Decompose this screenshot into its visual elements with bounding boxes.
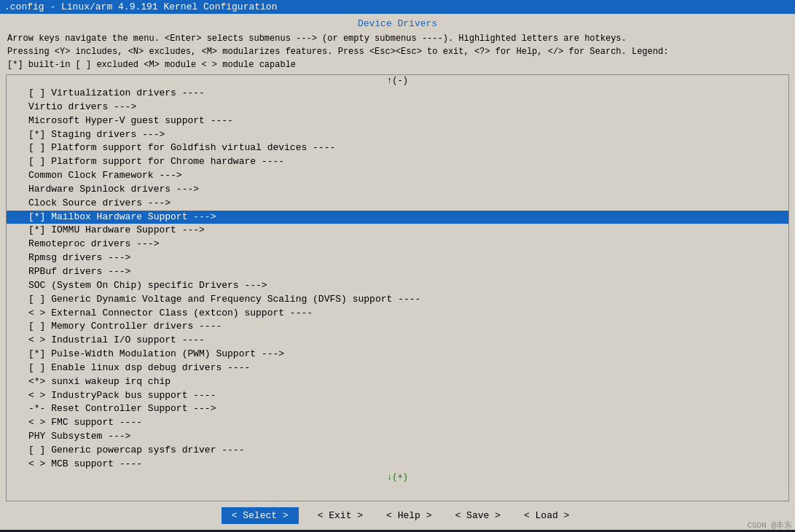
watermark: CSDN @丰东 [747,520,792,531]
load-button[interactable]: < Load > [520,507,573,524]
menu-item[interactable]: Virtio drivers ---> [7,101,788,114]
help-button[interactable]: < Help > [382,507,436,524]
menu-item[interactable]: < > External Connector Class (extcon) su… [7,307,788,321]
menu-item[interactable]: [*] Staging drivers ---> [7,128,788,142]
menu-item[interactable]: [ ] Generic Dynamic Voltage and Frequenc… [7,293,788,307]
save-button[interactable]: < Save > [451,507,505,524]
menu-item[interactable]: [ ] Platform support for Goldfish virtua… [7,141,788,155]
menu-item[interactable]: < > MCB support ---- [7,458,788,472]
select-button[interactable]: < Select > [222,507,299,524]
menu-item[interactable]: [ ] Virtualization drivers ---- [7,87,788,101]
menu-list: [ ] Virtualization drivers ---- Virtio d… [7,87,788,472]
menu-item[interactable]: Common Clock Framework ---> [7,169,788,183]
menu-item[interactable]: [ ] Platform support for Chrome hardware… [7,155,788,169]
menu-item[interactable]: Remoteproc drivers ---> [7,238,788,251]
main-container: Device Drivers Arrow keys navigate the m… [0,14,795,530]
menu-item[interactable]: RPBuf drivers ---> [7,265,788,279]
menu-item[interactable]: Microsoft Hyper-V guest support ---- [7,114,788,128]
menu-item[interactable]: < > Industrial I/O support ---- [7,334,788,348]
menu-item[interactable]: [ ] Memory Controller drivers ---- [7,320,788,334]
menu-item[interactable]: <*> sunxi wakeup irq chip [7,375,788,389]
legend-text: [*] built-in [ ] excluded <M> module < >… [0,60,795,74]
help-line-1: Arrow keys navigate the menu. <Enter> se… [7,32,788,45]
help-text: Arrow keys navigate the menu. <Enter> se… [0,31,795,60]
title-bar-text: .config - Linux/arm 4.9.191 Kernel Confi… [4,1,277,12]
scroll-area: ↑(-) [ ] Virtualization drivers ---- Vir… [6,74,789,501]
menu-item[interactable]: SOC (System On Chip) specific Drivers --… [7,279,788,293]
menu-item[interactable]: Hardware Spinlock drivers ---> [7,183,788,197]
exit-button[interactable]: < Exit > [313,507,367,524]
menu-item[interactable]: < > IndustryPack bus support ---- [7,389,788,403]
menu-item[interactable]: [*] Pulse-Width Modulation (PWM) Support… [7,348,788,361]
menu-item[interactable]: [*] Mailbox Hardware Support ---> [7,211,788,224]
menu-item[interactable]: Clock Source drivers ---> [7,197,788,211]
menu-item[interactable]: [*] IOMMU Hardware Support ---> [7,224,788,238]
scroll-arrow-down: ↓(+) [7,472,788,483]
menu-item[interactable]: [ ] Enable linux dsp debug drivers ---- [7,361,788,375]
menu-item[interactable]: Rpmsg drivers ---> [7,251,788,265]
menu-item[interactable]: PHY Subsystem ---> [7,430,788,444]
dialog-title: Device Drivers [0,14,795,31]
scroll-arrow-up: ↑(-) [7,75,788,87]
menu-item[interactable]: < > FMC support ---- [7,416,788,430]
help-line-2: Pressing <Y> includes, <N> excludes, <M>… [7,45,788,58]
title-bar: .config - Linux/arm 4.9.191 Kernel Confi… [0,0,795,14]
menu-item[interactable]: [ ] Generic powercap sysfs driver ---- [7,444,788,458]
menu-item[interactable]: -*- Reset Controller Support ---> [7,402,788,416]
button-bar: < Select > < Exit > < Help > < Save > < … [0,501,795,530]
